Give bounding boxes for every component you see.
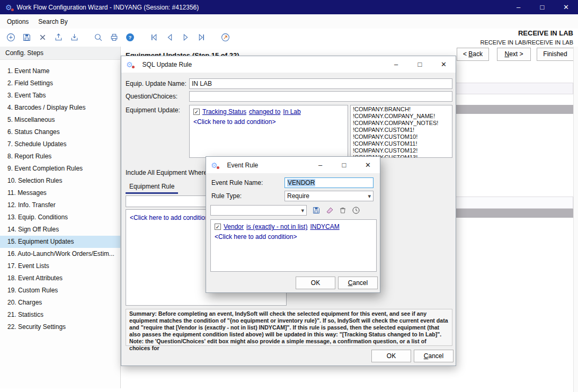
help-button[interactable]: ?	[124, 31, 136, 43]
token-item[interactable]: !COMPANY.COMPANY_NAME!	[353, 113, 450, 120]
add-condition-link[interactable]: <Click here to add condition>	[193, 118, 344, 126]
window-title: Work Flow Configuration Wizard - INDYANG…	[17, 4, 199, 11]
sidebar-step-item[interactable]: 17. Event Lists	[0, 260, 120, 272]
saved-rule-combobox[interactable]: ▾	[210, 205, 307, 216]
event-dialog-titlebar[interactable]: ⚙ Event Rule – □ ✕	[206, 157, 380, 173]
sidebar-step-item[interactable]: 10. Selection Rules	[0, 175, 120, 187]
finished-button[interactable]: Finished	[537, 48, 574, 61]
maximize-icon[interactable]: □	[530, 0, 554, 14]
close-icon[interactable]: ✕	[554, 0, 578, 14]
event-rule-dialog: ⚙ Event Rule – □ ✕ Event Rule Name: VEND…	[206, 156, 380, 293]
sidebar-step-item[interactable]: 7. Schedule Updates	[0, 138, 120, 150]
search-icon	[94, 33, 103, 42]
launch-button[interactable]	[219, 31, 232, 43]
minimize-icon[interactable]: –	[506, 0, 530, 14]
delete-rule-button[interactable]	[337, 204, 349, 216]
token-item[interactable]: !COMPANY.CUSTOM11!	[353, 140, 450, 147]
sidebar-step-item[interactable]: 22. Security Settings	[0, 321, 120, 333]
history-button[interactable]	[350, 204, 362, 216]
sql-dialog-titlebar[interactable]: ⚙ SQL Update Rule – □ ✕	[121, 56, 456, 73]
condition-value-link[interactable]: INDYCAM	[310, 223, 339, 230]
equipment-update-label: Equipment Update:	[126, 105, 180, 115]
sidebar-step-item[interactable]: 13. Equip. Conditions	[0, 211, 120, 224]
event-dialog-title: Event Rule	[227, 162, 259, 169]
previous-record-button[interactable]	[164, 31, 176, 43]
minimize-icon[interactable]: –	[384, 56, 408, 73]
sidebar-step-item[interactable]: 18. Event Attributes	[0, 272, 120, 284]
background-row	[456, 83, 573, 94]
condition-checkbox[interactable]: ✓	[193, 109, 200, 115]
condition-operator-link[interactable]: is (exactly - not in list)	[246, 223, 307, 230]
delete-button[interactable]	[37, 31, 49, 43]
page-title: RECEIVE IN LAB	[481, 29, 573, 37]
save-icon	[312, 206, 321, 215]
sidebar-step-item[interactable]: 19. Custom Rules	[0, 284, 120, 297]
sidebar-step-item[interactable]: 3. Event Tabs	[0, 90, 120, 102]
condition-operator-link[interactable]: changed to	[249, 108, 280, 115]
import-icon	[70, 33, 79, 42]
clock-icon	[352, 206, 360, 215]
sidebar-step-item[interactable]: 6. Status Changes	[0, 126, 120, 138]
menu-options[interactable]: Options	[2, 15, 33, 28]
sidebar-step-item[interactable]: 5. Miscellaneous	[0, 114, 120, 126]
ok-button[interactable]: OK	[371, 350, 411, 362]
condition-checkbox[interactable]: ✓	[215, 224, 221, 230]
token-item[interactable]: !COMPANY.COMPANY_NOTES!	[353, 120, 450, 127]
sidebar-step-item[interactable]: 12. Info. Transfer	[0, 199, 120, 211]
sidebar-step-item[interactable]: 2. Field Settings	[0, 77, 120, 90]
maximize-icon[interactable]: □	[332, 157, 356, 173]
next-button[interactable]: Next >	[497, 48, 531, 61]
update-name-input[interactable]: IN LAB	[189, 78, 452, 89]
rule-type-select[interactable]: Require▾	[284, 191, 374, 201]
background-row	[456, 197, 573, 209]
previous-record-icon	[165, 33, 174, 42]
update-condition-box: ✓ Tracking Status changed to In Lab <Cli…	[189, 105, 348, 158]
ok-button[interactable]: OK	[296, 277, 335, 289]
cancel-button[interactable]: Cancel	[414, 350, 453, 362]
summary-text: Summary: Before completing an event, Ind…	[126, 309, 452, 346]
sidebar-step-item[interactable]: 1. Event Name	[0, 65, 120, 77]
include-all-equipment-label: Include All Equipment Where	[126, 167, 207, 178]
question-choices-input[interactable]	[189, 91, 452, 102]
first-record-button[interactable]	[148, 31, 160, 43]
sidebar-step-item[interactable]: 9. Event Completion Rules	[0, 163, 120, 175]
clear-rule-button[interactable]	[324, 204, 336, 216]
sidebar-step-item[interactable]: 8. Report Rules	[0, 150, 120, 163]
sidebar-step-item[interactable]: 20. Charges	[0, 297, 120, 309]
search-button[interactable]	[92, 31, 104, 43]
last-record-button[interactable]	[195, 31, 208, 43]
tab-equipment-rule[interactable]: Equipment Rule	[126, 181, 178, 194]
minimize-icon[interactable]: –	[308, 157, 332, 173]
sidebar-step-item[interactable]: 15. Equipment Updates	[0, 236, 120, 248]
cancel-button[interactable]: Cancel	[338, 277, 378, 289]
launch-icon	[221, 33, 230, 42]
add-button[interactable]	[5, 31, 17, 43]
save-rule-button[interactable]	[310, 204, 322, 216]
print-button[interactable]	[108, 31, 120, 43]
condition-field-link[interactable]: Vendor	[224, 223, 244, 230]
export-button[interactable]	[52, 31, 65, 43]
add-condition-link[interactable]: <Click here to add condition>	[215, 233, 372, 240]
sidebar-step-item[interactable]: 14. Sign Off Rules	[0, 224, 120, 236]
token-item[interactable]: !COMPANY.CUSTOM1!	[353, 127, 450, 133]
sidebar-step-item[interactable]: 16. Auto-Launch/Work Orders/Estim...	[0, 248, 120, 260]
background-grid-header	[456, 209, 573, 218]
token-item[interactable]: !COMPANY.CUSTOM12!	[353, 147, 450, 154]
event-rule-name-input[interactable]: VENDOR	[284, 177, 374, 188]
token-item[interactable]: !COMPANY.BRANCH!	[353, 106, 450, 113]
sidebar-step-item[interactable]: 11. Messages	[0, 187, 120, 199]
condition-field-link[interactable]: Tracking Status	[202, 108, 246, 115]
back-button[interactable]: < Back	[457, 48, 489, 61]
sidebar-step-item[interactable]: 21. Statistics	[0, 309, 120, 321]
menu-search-by[interactable]: Search By	[33, 15, 72, 28]
scrollbar-track[interactable]	[573, 47, 578, 392]
token-item[interactable]: !COMPANY.CUSTOM10!	[353, 133, 450, 140]
condition-value-link[interactable]: In Lab	[283, 108, 300, 115]
save-button[interactable]	[21, 31, 33, 43]
sidebar-step-item[interactable]: 4. Barcodes / Display Rules	[0, 102, 120, 114]
maximize-icon[interactable]: □	[408, 56, 432, 73]
close-icon[interactable]: ✕	[432, 56, 456, 73]
next-record-button[interactable]	[180, 31, 192, 43]
import-button[interactable]	[68, 31, 81, 43]
close-icon[interactable]: ✕	[356, 157, 380, 173]
